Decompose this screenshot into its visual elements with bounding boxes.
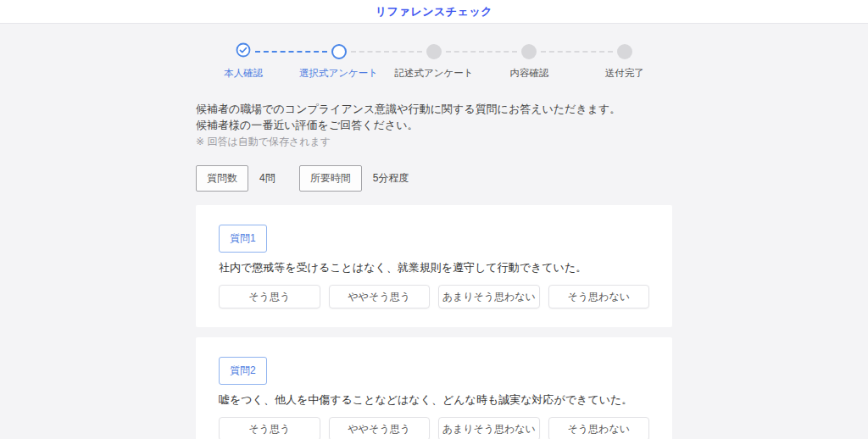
stepper-step-label: 本人確認 — [196, 67, 291, 80]
duration-value: 5分程度 — [373, 171, 409, 186]
option-disagree-button[interactable]: そう思わない — [548, 417, 650, 439]
question-badge: 質問1 — [219, 225, 267, 253]
page-title: リファレンスチェック — [376, 4, 492, 19]
autosave-note: ※ 回答は自動で保存されます — [196, 134, 672, 150]
option-agree-button[interactable]: そう思う — [219, 417, 320, 439]
option-somewhat-agree-button[interactable]: ややそう思う — [329, 285, 431, 308]
stepper-step-complete: 送付完了 — [577, 44, 672, 80]
question-count-label: 質問数 — [196, 165, 248, 192]
question-badge: 質問2 — [219, 357, 267, 385]
option-somewhat-agree-button[interactable]: ややそう思う — [329, 417, 431, 439]
active-step-circle-icon — [331, 44, 347, 59]
question-text: 社内で懲戒等を受けることはなく、就業規則を遵守して行動できていた。 — [219, 260, 649, 275]
option-somewhat-disagree-button[interactable]: あまりそう思わない — [438, 285, 540, 308]
survey-meta: 質問数 4問 所要時間 5分程度 — [196, 165, 672, 192]
main-content: 本人確認 選択式アンケート 記述式アンケート 内容確認 送付完了 候補者の職場で… — [196, 44, 672, 439]
option-agree-button[interactable]: そう思う — [219, 285, 320, 308]
stepper-step-review: 内容確認 — [481, 44, 576, 80]
pending-step-circle-icon — [617, 44, 632, 59]
question-text: 嘘をつく、他人を中傷することなどはなく、どんな時も誠実な対応ができていた。 — [219, 392, 649, 408]
question-card-1: 質問1 社内で懲戒等を受けることはなく、就業規則を遵守して行動できていた。 そう… — [196, 205, 672, 327]
answer-options: そう思う ややそう思う あまりそう思わない そう思わない — [219, 285, 649, 308]
option-somewhat-disagree-button[interactable]: あまりそう思わない — [438, 417, 540, 439]
intro-text: 候補者の職場でのコンプライアンス意識や行動に関する質問にお答えいただきます。 候… — [196, 101, 672, 150]
stepper-step-identity: 本人確認 — [196, 44, 291, 80]
stepper-step-free-text: 記述式アンケート — [387, 44, 481, 80]
option-disagree-button[interactable]: そう思わない — [548, 285, 650, 308]
stepper-step-label: 選択式アンケート — [291, 67, 386, 80]
intro-line-2: 候補者様の一番近い評価をご回答ください。 — [196, 117, 672, 133]
pending-step-circle-icon — [426, 44, 442, 59]
duration-label: 所要時間 — [299, 165, 362, 192]
pending-step-circle-icon — [521, 44, 537, 59]
app-header: リファレンスチェック — [0, 0, 868, 24]
check-circle-icon — [236, 42, 251, 61]
stepper: 本人確認 選択式アンケート 記述式アンケート 内容確認 送付完了 — [196, 44, 672, 80]
stepper-step-label: 記述式アンケート — [387, 67, 481, 80]
answer-options: そう思う ややそう思う あまりそう思わない そう思わない — [219, 417, 649, 439]
stepper-step-multiple-choice: 選択式アンケート — [291, 44, 386, 80]
question-count-value: 4問 — [259, 171, 275, 186]
stepper-step-label: 送付完了 — [577, 67, 672, 80]
question-card-2: 質問2 嘘をつく、他人を中傷することなどはなく、どんな時も誠実な対応ができていた… — [196, 337, 672, 439]
intro-line-1: 候補者の職場でのコンプライアンス意識や行動に関する質問にお答えいただきます。 — [196, 101, 672, 117]
stepper-step-label: 内容確認 — [481, 67, 576, 80]
